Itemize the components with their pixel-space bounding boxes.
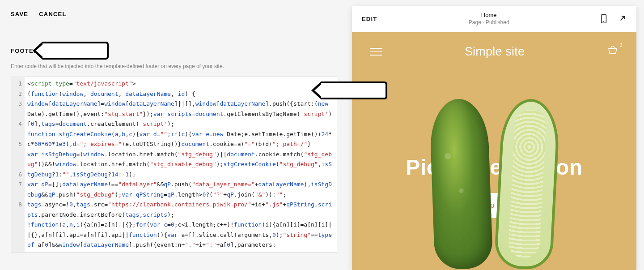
save-button[interactable]: SAVE bbox=[11, 11, 28, 17]
callout-arrow-icon bbox=[42, 42, 109, 60]
line-number bbox=[13, 159, 22, 170]
section-header: FOOTER bbox=[11, 42, 341, 60]
pickle-half-illustration bbox=[494, 98, 561, 270]
section-description: Enter code that will be injected into th… bbox=[11, 63, 341, 69]
preview-pane: EDIT Home Page · Published Si bbox=[352, 0, 644, 270]
menu-icon[interactable] bbox=[370, 45, 382, 58]
pickle-whole-illustration bbox=[429, 98, 493, 270]
page-info: Home Page · Published bbox=[469, 12, 509, 26]
editor-pane: SAVE CANCEL FOOTER Enter code that will … bbox=[0, 0, 352, 270]
svg-point-1 bbox=[603, 21, 604, 22]
footer-code-editor[interactable]: 1 2 3 4 5 6 7 8 <script type="text/javas… bbox=[11, 77, 337, 253]
hero-image bbox=[352, 99, 636, 269]
line-number: 8 bbox=[13, 200, 22, 210]
code-line: var isStgDebug=(window.location.href.mat… bbox=[27, 150, 334, 180]
code-line: window[dataLayerName]=window[dataLayerNa… bbox=[27, 99, 334, 129]
line-number bbox=[13, 129, 22, 140]
line-number: 6 bbox=[13, 170, 22, 180]
site-name: Simple site bbox=[465, 45, 525, 59]
edit-button[interactable]: EDIT bbox=[362, 16, 377, 22]
editor-actions: SAVE CANCEL bbox=[11, 11, 341, 17]
mobile-preview-icon[interactable] bbox=[601, 14, 609, 24]
line-number: 1 bbox=[13, 79, 22, 89]
line-number: 3 bbox=[13, 99, 22, 109]
topbar-actions bbox=[601, 14, 627, 24]
hero: Pickle Perfection Shop Now bbox=[352, 59, 636, 269]
preview-topbar: EDIT Home Page · Published bbox=[352, 6, 636, 32]
page-title: Home bbox=[469, 12, 509, 19]
hero-title: Pickle Perfection bbox=[406, 155, 582, 180]
code-line: function stgCreateCookie(a,b,c){var d=""… bbox=[27, 129, 334, 150]
code-line: var qP=[];dataLayerName!=="dataLayer"&&q… bbox=[27, 180, 334, 200]
shop-now-button[interactable]: Shop Now bbox=[462, 193, 526, 218]
code-line: (function(window, document, dataLayerNam… bbox=[27, 89, 334, 99]
cart-icon[interactable]: 0 bbox=[607, 46, 619, 58]
code-line: !function(a,n,i){a[n]=a[n]||{};for(var c… bbox=[27, 220, 334, 250]
open-external-icon[interactable] bbox=[619, 14, 627, 24]
preview-frame: EDIT Home Page · Published Si bbox=[352, 6, 636, 270]
code-body[interactable]: <script type="text/javascript"> (functio… bbox=[25, 77, 337, 252]
cancel-button[interactable]: CANCEL bbox=[39, 11, 66, 17]
code-gutter: 1 2 3 4 5 6 7 8 bbox=[11, 77, 25, 252]
code-line: <script type="text/javascript"> bbox=[27, 79, 334, 89]
line-number: 4 bbox=[13, 119, 22, 129]
page-status: Page · Published bbox=[469, 19, 509, 26]
site-preview: Simple site 0 Pickle Perfection Shop Now bbox=[352, 32, 636, 270]
line-number bbox=[13, 190, 22, 200]
line-number: 5 bbox=[13, 139, 22, 150]
line-number bbox=[13, 210, 22, 220]
cart-count-badge: 0 bbox=[619, 43, 622, 47]
app-root: SAVE CANCEL FOOTER Enter code that will … bbox=[0, 0, 644, 270]
line-number: 2 bbox=[13, 89, 22, 99]
line-number bbox=[13, 150, 22, 160]
line-number: 7 bbox=[13, 180, 22, 190]
callout-arrow-icon bbox=[321, 81, 387, 99]
line-number bbox=[13, 109, 22, 120]
site-header: Simple site 0 bbox=[352, 32, 636, 59]
code-line: tags.async=!0,tags.src="https://clearban… bbox=[27, 200, 334, 220]
